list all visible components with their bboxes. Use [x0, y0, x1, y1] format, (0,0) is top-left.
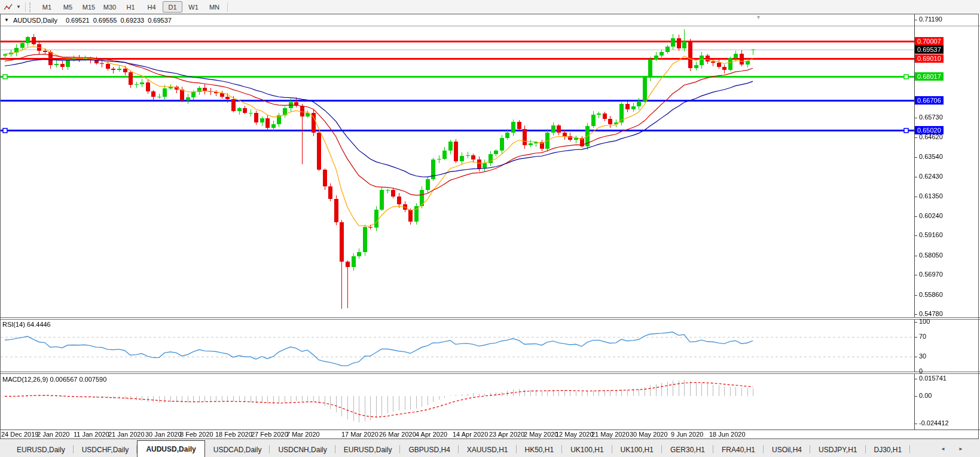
timeframe-button-m15[interactable]: M15 — [79, 1, 99, 13]
time-axis-label: 23 Apr 2020 — [489, 431, 524, 438]
chart-tab-uk100-h1[interactable]: UK100,H1 — [562, 442, 612, 457]
chart-tab-audusd-daily[interactable]: AUDUSD,Daily — [137, 440, 204, 457]
chart-tabs-bar: EURUSD,DailyUSDCHF,DailyAUDUSD,DailyUSDC… — [0, 439, 980, 457]
chart-tab-dj30-h1[interactable]: DJ30,H1 — [866, 442, 911, 457]
time-axis-label: 18 Feb 2020 — [215, 431, 252, 438]
title-divider — [0, 26, 980, 26]
symbol-dropdown-icon[interactable]: ▼ — [4, 17, 9, 23]
pane-separator-rsi[interactable] — [0, 317, 980, 320]
timeframe-button-d1[interactable]: D1 — [163, 1, 182, 13]
toolbar-separator — [25, 2, 26, 12]
chart-tab-xauusd-h1[interactable]: XAUUSD,H1 — [459, 442, 517, 457]
macd-axis-tick-label: 0.015741 — [919, 375, 947, 382]
chart-symbol-label: AUDUSD,Daily — [13, 17, 57, 24]
timeframe-button-m1[interactable]: M1 — [37, 1, 57, 13]
chart-tab-eurusd-daily[interactable]: EURUSD,Daily — [8, 442, 74, 457]
rsi-current-value: 64.4446 — [27, 321, 51, 328]
mt4-platform: { "toolbar": { "chart_tool_icon": "chart… — [0, 0, 980, 457]
chart-tab-fra40-h1[interactable]: FRA40,H1 — [713, 442, 764, 457]
price-axis-tick-label: 0.62430 — [919, 173, 943, 180]
chart-line-tool-icon[interactable] — [2, 2, 14, 13]
rsi-label-text: RSI(14) — [2, 321, 25, 328]
rsi-indicator-label: RSI(14) 64.4446 — [2, 321, 51, 328]
price-axis-tick-label: 0.71190 — [919, 16, 942, 23]
rsi-axis-tick-label: 0 — [919, 367, 923, 375]
macd-axis-tick-mark — [914, 424, 917, 424]
price-axis-tick-mark — [914, 177, 917, 177]
chart-tab-uk100-h1[interactable]: UK100,H1 — [612, 442, 662, 457]
time-axis-label: 11 Jan 2020 — [74, 431, 109, 438]
chart-tab-usdchf-daily[interactable]: USDCHF,Daily — [74, 442, 138, 457]
price-axis-tick-label: 0.55860 — [919, 291, 943, 298]
pane-separator-macd[interactable] — [0, 372, 980, 374]
time-axis-label: 30 Jan 2020 — [145, 431, 182, 438]
macd-main-value: 0.006567 — [50, 376, 77, 383]
toolbar-grip-handle[interactable] — [29, 2, 33, 12]
timeframe-button-h4[interactable]: H4 — [142, 1, 161, 13]
chart-tab-gbpusd-h4[interactable]: GBPUSD,H4 — [400, 442, 458, 457]
price-axis-tick-label: 0.65730 — [919, 114, 943, 121]
time-axis-label: 12 May 2020 — [555, 431, 594, 438]
time-axis-label: 7 Mar 2020 — [286, 431, 320, 438]
time-axis-label: 14 Apr 2020 — [453, 431, 488, 438]
price-badge-current-price[interactable]: 0.69537 — [915, 45, 944, 54]
timeframe-button-w1[interactable]: W1 — [184, 1, 203, 13]
toolbar-separator — [227, 2, 228, 12]
tab-scroll-left-icon[interactable]: ◄ — [941, 446, 951, 452]
price-axis-tick-mark — [914, 20, 917, 20]
chart-tab-usdcnh-daily[interactable]: USDCNH,Daily — [270, 442, 335, 457]
time-axis-label: 21 Jan 2020 — [108, 431, 145, 438]
time-axis-label: 27 Feb 2020 — [251, 431, 288, 438]
price-axis-tick-mark — [914, 118, 917, 118]
price-chart-canvas[interactable] — [0, 0, 980, 457]
macd-signal-value: 0.007590 — [79, 376, 106, 383]
time-axis-label: 30 May 2020 — [630, 431, 668, 438]
rsi-axis-tick-mark — [914, 322, 917, 323]
chart-tab-hk50-h1[interactable]: HK50,H1 — [517, 442, 563, 457]
price-badge-support-level[interactable]: 0.65020 — [915, 126, 944, 134]
timeframe-button-h1[interactable]: H1 — [121, 1, 141, 13]
time-axis-label: 8 Feb 2020 — [180, 431, 213, 438]
timeframe-button-m30[interactable]: M30 — [100, 1, 120, 13]
price-badge-resistance-level[interactable]: 0.70007 — [915, 37, 944, 45]
chart-shift-marker-icon[interactable]: ▼ — [756, 14, 761, 20]
tab-scroll-right-icon[interactable]: ► — [958, 446, 969, 452]
price-badge-support-level[interactable]: 0.68017 — [915, 72, 944, 81]
timeframe-button-m5[interactable]: M5 — [58, 1, 78, 13]
chart-tab-usoil-h4[interactable]: USOil,H4 — [764, 442, 810, 457]
macd-label-text: MACD(12,26,9) — [2, 376, 48, 383]
tab-scroll-arrows: ◄ ► — [941, 446, 969, 452]
top-toolbar: ▼ M1M5M15M30H1H4D1W1MN — [0, 0, 980, 14]
chart-tab-ger30-h1[interactable]: GER30,H1 — [662, 442, 713, 457]
ohlc-open-value: 0.69521 — [66, 17, 90, 24]
chart-tab-usdcad-daily[interactable]: USDCAD,Daily — [205, 442, 270, 457]
price-axis-tick-mark — [914, 275, 917, 275]
price-axis-tick-mark — [914, 216, 917, 217]
price-axis-tick-label: 0.60240 — [919, 212, 943, 219]
timeframe-button-mn[interactable]: MN — [204, 1, 224, 13]
time-axis-label: 17 Mar 2020 — [341, 431, 378, 438]
price-axis-tick-label: 0.59160 — [919, 231, 943, 238]
rsi-axis-tick-mark — [914, 372, 917, 372]
rsi-axis-tick-label: 100 — [919, 318, 930, 325]
rsi-axis-tick-label: 70 — [919, 333, 926, 340]
chart-tab-usdjpy-h1[interactable]: USDJPY,H1 — [810, 442, 865, 457]
macd-axis-tick-mark — [914, 396, 917, 397]
price-axis-tick-mark — [914, 137, 917, 138]
rsi-axis-tick-mark — [914, 337, 917, 338]
macd-axis-tick-label: 0.00 — [919, 392, 932, 399]
price-axis-tick-mark — [914, 314, 917, 315]
price-axis-tick-label: 0.56970 — [919, 271, 943, 278]
chart-title-row: ▼ AUDUSD,Daily 0.69521 0.69555 0.69233 0… — [1, 14, 914, 26]
price-badge-support-level[interactable]: 0.66706 — [915, 96, 944, 105]
price-axis-tick-label: 0.58050 — [919, 251, 943, 259]
time-axis-label: 18 Jun 2020 — [709, 431, 746, 438]
chart-tab-eurusd-daily[interactable]: EURUSD,Daily — [335, 442, 401, 457]
price-axis-tick-mark — [914, 157, 917, 158]
timeframe-button-group: M1M5M15M30H1H4D1W1MN — [36, 1, 225, 13]
ohlc-high-value: 0.69555 — [93, 17, 117, 24]
time-axis-label: 24 Dec 2019 — [1, 431, 38, 438]
chart-tool-dropdown-caret[interactable]: ▼ — [14, 4, 23, 10]
price-badge-resistance-level[interactable]: 0.69010 — [915, 54, 944, 63]
macd-indicator-label: MACD(12,26,9) 0.006567 0.007590 — [2, 376, 106, 383]
